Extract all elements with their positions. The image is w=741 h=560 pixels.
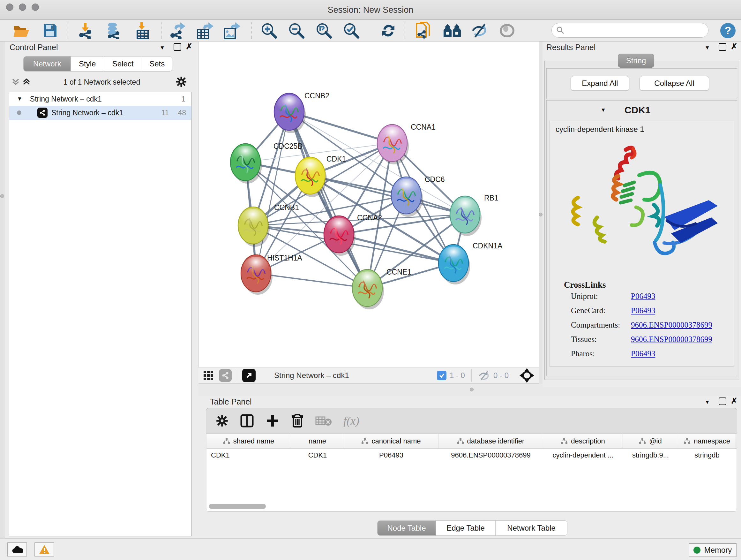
help-icon[interactable]: ? (719, 23, 737, 38)
export-network-icon[interactable] (169, 23, 187, 38)
table-panel-float-icon[interactable] (719, 397, 726, 405)
network-node-rb1[interactable]: RB1 (450, 194, 498, 236)
column-header-canonical-name[interactable]: canonical name (344, 434, 439, 448)
crosslinks-list: Uniprot:P06493GeneCard:P06493Compartment… (571, 292, 734, 358)
memory-button[interactable]: Memory (689, 543, 737, 557)
tab-string[interactable]: String (618, 54, 654, 68)
network-node-ccna1[interactable]: CCNA1 (377, 123, 435, 165)
network-canvas[interactable]: CCNB2CCNA1CDC25BCDK1CDC6RB1CCNB1CCNA2CDK… (199, 42, 539, 367)
table-cell[interactable]: CDK1 (206, 449, 291, 462)
refresh-icon[interactable] (379, 23, 398, 38)
results-panel-float-icon[interactable] (719, 43, 726, 51)
column-header-description[interactable]: description (543, 434, 623, 448)
zoom-fit-icon[interactable] (315, 23, 333, 38)
column-header-namespace[interactable]: namespace (678, 434, 736, 448)
search-input[interactable] (564, 26, 702, 35)
tab-node-table[interactable]: Node Table (378, 521, 436, 536)
tab-select[interactable]: Select (104, 57, 142, 71)
network-node-ccne1[interactable]: CCNE1 (352, 268, 411, 309)
export-image-icon[interactable] (223, 23, 241, 38)
column-header--id[interactable]: @id (623, 434, 678, 448)
zoom-selected-icon[interactable] (342, 23, 360, 38)
network-edge[interactable] (256, 273, 367, 288)
network-node-cdkn1a[interactable]: CDKN1A (439, 242, 502, 285)
tab-network-table[interactable]: Network Table (495, 521, 567, 536)
network-node-ccnb2[interactable]: CCNB2 (274, 91, 329, 133)
network-overview-icon[interactable] (443, 23, 461, 38)
crosslink-link[interactable]: 9606.ENSP00000378699 (631, 335, 712, 344)
network-node-cdk1[interactable]: CDK1 (295, 155, 346, 197)
table-panel-close-icon[interactable]: ✗ (731, 396, 738, 406)
tab-edge-table[interactable]: Edge Table (436, 521, 495, 536)
delete-column-icon[interactable] (291, 414, 304, 428)
crosslink-link[interactable]: P06493 (631, 349, 655, 358)
tab-style[interactable]: Style (71, 57, 104, 71)
network-node-cdc25b[interactable]: CDC25B (230, 142, 302, 184)
add-column-icon[interactable] (266, 414, 280, 428)
column-header-name[interactable]: name (291, 434, 344, 448)
network-graph[interactable]: CCNB2CCNA1CDC25BCDK1CDC6RB1CCNB1CCNA2CDK… (199, 42, 539, 367)
zoom-in-icon[interactable] (260, 23, 278, 38)
column-header-shared-name[interactable]: shared name (206, 434, 291, 448)
network-row[interactable]: String Network – cdk1 11 48 (9, 106, 191, 120)
hide-unhide-icon[interactable] (470, 23, 489, 38)
import-table-icon[interactable] (133, 23, 152, 38)
results-panel-close-icon[interactable]: ✗ (731, 42, 738, 51)
table-settings-gear-icon[interactable] (216, 415, 228, 427)
table-panel-menu-icon[interactable]: ▼ (704, 399, 710, 406)
table-cell[interactable]: CDK1 (291, 449, 344, 462)
table-cell[interactable]: stringdb:9... (623, 449, 678, 462)
import-network-icon[interactable] (77, 23, 95, 38)
birdseye-view-icon[interactable] (520, 368, 534, 383)
table-cell[interactable]: stringdb (678, 449, 736, 462)
results-panel-menu-icon[interactable]: ▼ (704, 45, 710, 51)
zoom-out-icon[interactable] (287, 23, 306, 38)
open-session-icon[interactable] (12, 23, 30, 38)
network-node-hist1h1a[interactable]: HIST1H1A (241, 254, 302, 295)
network-panel-gear-icon[interactable] (176, 76, 187, 87)
table-cell[interactable]: 9606.ENSP00000378699 (439, 449, 543, 462)
vertical-splitter-handle[interactable] (539, 212, 542, 216)
table-cell[interactable]: cyclin-dependent ... (543, 449, 623, 462)
expand-all-button[interactable]: Expand All (570, 76, 629, 91)
network-node-cdc6[interactable]: CDC6 (391, 175, 445, 217)
node-label: HIST1H1A (267, 254, 302, 262)
column-header-database-identifier[interactable]: database identifier (439, 434, 543, 448)
network-share-view-icon[interactable] (219, 369, 232, 382)
share-document-icon[interactable] (414, 23, 432, 38)
graphics-details-icon[interactable] (498, 23, 516, 38)
show-columns-icon[interactable] (240, 414, 254, 428)
nodes-selected-checkbox[interactable] (437, 371, 447, 380)
cloud-status-button[interactable] (7, 543, 27, 557)
control-panel-float-icon[interactable] (174, 43, 181, 51)
column-header-label: namespace (694, 437, 730, 445)
gene-disclosure-icon[interactable]: ▼ (601, 107, 606, 113)
crosslink-label: Compartments: (571, 320, 631, 329)
warning-status-button[interactable] (35, 543, 54, 557)
svg-text:?: ? (725, 24, 731, 37)
vertical-splitter[interactable] (539, 42, 542, 387)
control-panel-close-icon[interactable]: ✗ (186, 42, 192, 51)
edges-hidden-eye-icon[interactable] (478, 371, 490, 380)
import-network-from-database-icon[interactable] (104, 23, 123, 38)
crosslink-link[interactable]: 9606.ENSP00000378699 (631, 320, 712, 329)
export-table-icon[interactable] (196, 23, 214, 38)
tab-network[interactable]: Network (23, 57, 71, 71)
gene-entry-header[interactable]: ▼ CDK1 (547, 102, 737, 119)
horizontal-scrollbar[interactable] (209, 504, 266, 509)
tab-sets[interactable]: Sets (142, 57, 172, 71)
crosslink-link[interactable]: P06493 (631, 292, 655, 301)
detach-view-icon[interactable] (242, 369, 256, 382)
function-builder-icon: f(x) (343, 414, 359, 428)
collection-disclosure-icon[interactable]: ▼ (17, 96, 22, 102)
left-splitter-handle[interactable] (0, 194, 4, 198)
network-collection-row[interactable]: ▼ String Network – cdk1 1 (9, 92, 191, 106)
grid-view-icon[interactable] (203, 370, 214, 381)
control-panel-menu-icon[interactable]: ▼ (159, 45, 165, 51)
horizontal-splitter-handle[interactable] (470, 388, 474, 391)
table-row[interactable]: CDK1CDK1P064939606.ENSP00000378699cyclin… (206, 449, 737, 462)
save-session-icon[interactable] (41, 23, 59, 38)
collapse-all-button[interactable]: Collapse All (639, 76, 709, 91)
crosslink-link[interactable]: P06493 (631, 306, 655, 315)
table-cell[interactable]: P06493 (344, 449, 439, 462)
